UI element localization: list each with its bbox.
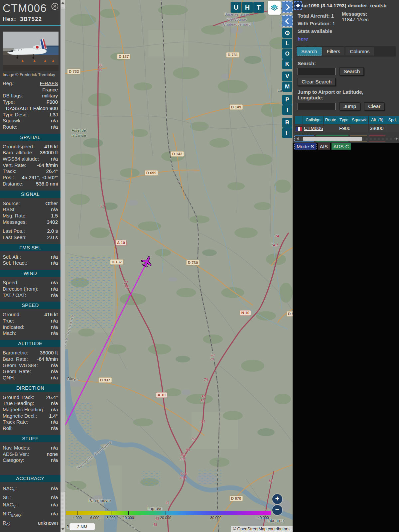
scroll-right-icon[interactable] <box>396 137 398 140</box>
data-row: Ground Track:26.4° <box>0 394 61 401</box>
map-button-i[interactable]: I <box>282 105 292 115</box>
section-header: SPATIAL <box>0 134 61 141</box>
section-stuff: STUFFNav. Modes:n/aADS-B Ver.:noneCatego… <box>0 435 61 464</box>
table-header-Type[interactable]: Type <box>338 116 350 124</box>
data-value: n/a <box>14 318 58 324</box>
data-label: Last Pos.: <box>3 228 25 234</box>
clear-search-button[interactable]: Clear Search <box>298 78 335 86</box>
data-row: Mach:n/a <box>0 330 61 336</box>
scroll-down-icon[interactable] <box>61 527 65 532</box>
map-button-v[interactable]: V <box>282 71 292 81</box>
data-label: NACV: <box>3 501 17 510</box>
data-row: Indicated:n/a <box>0 324 61 331</box>
app-title: tar1090 (3.14.1793) decoder: readsb <box>294 3 396 8</box>
exit-number: 78 <box>210 353 214 357</box>
data-row: NACV:n/a <box>0 501 61 510</box>
table-row[interactable]: CTM006F90038000 <box>295 124 399 132</box>
table-cell: 38000 <box>369 124 386 132</box>
data-row: Barometric:38000 ft <box>0 350 61 356</box>
table-header-Alt. (ft)[interactable]: Alt. (ft) <box>369 116 386 124</box>
panel-resize-icon[interactable] <box>294 1 302 10</box>
horizontal-scrollbar[interactable] <box>295 136 399 141</box>
map-button-l[interactable]: L <box>282 39 292 49</box>
scale-tick-label: 40 000+ <box>258 516 271 520</box>
map[interactable]: Base aérienne709 CognacChâteaubernard✈Fo… <box>65 0 293 532</box>
table-header-Route[interactable]: Route <box>324 116 338 124</box>
hscroll-thumb[interactable] <box>303 137 362 141</box>
layers-button[interactable] <box>268 1 281 15</box>
data-row: Last Pos.:2.0 s <box>0 228 61 234</box>
data-value: n/a <box>22 118 58 124</box>
data-label: QNH: <box>3 375 15 381</box>
expand-panel-button[interactable] <box>282 1 293 13</box>
data-value: n/a <box>13 425 58 432</box>
table-header-Spd.[interactable]: Spd. <box>386 116 399 124</box>
data-row: Speed:n/a <box>0 280 61 286</box>
map-button-h[interactable]: H <box>242 2 253 13</box>
panel-tabs: SearchFiltersColumns <box>296 46 396 57</box>
app-version: (3.14.1793) <box>321 3 346 8</box>
zoom-in-button[interactable]: + <box>272 494 282 504</box>
search-section: Search: Search Clear Search Jump to Airp… <box>298 61 399 110</box>
map-button-f[interactable]: F <box>282 128 292 138</box>
exit-number: 38 <box>124 280 128 284</box>
data-label: Mach: <box>3 330 16 336</box>
table-header-Callsign[interactable]: Callsign <box>303 116 324 124</box>
data-value: n/a <box>17 501 58 508</box>
collapse-panel-button[interactable] <box>282 15 293 27</box>
table-header-flag[interactable] <box>295 116 303 124</box>
map-button-p[interactable]: P <box>282 95 292 105</box>
data-row: Baro. Rate:-64 ft/min <box>0 356 61 362</box>
map-button-o[interactable]: O <box>282 49 292 59</box>
legend-ads-c[interactable]: ADS-C <box>332 143 351 150</box>
data-label: Sel. Alt.: <box>3 254 21 260</box>
scale-tick <box>111 511 111 515</box>
data-label: Geom. Rate: <box>3 368 31 375</box>
map-button-m[interactable]: M <box>282 82 292 92</box>
data-value[interactable]: F-RAFS <box>15 80 58 87</box>
tab-filters[interactable]: Filters <box>323 47 345 56</box>
search-input[interactable] <box>298 68 335 75</box>
legend-ais[interactable]: AIS <box>318 143 330 150</box>
map-button-t[interactable]: T <box>253 2 264 13</box>
data-value: n/a <box>31 368 58 375</box>
scroll-up-icon[interactable] <box>61 0 65 5</box>
decoder-link[interactable]: readsb <box>370 3 386 8</box>
data-value: 1.4° <box>37 413 58 419</box>
data-label: Magnetic Decl.: <box>3 413 37 419</box>
table-header-Squawk[interactable]: Squawk <box>350 116 369 124</box>
gear-icon[interactable]: ⚙ <box>282 28 292 38</box>
jump-button[interactable]: Jump <box>339 102 360 110</box>
map-button-k[interactable]: K <box>282 59 292 69</box>
data-row: Ground:416 kt <box>0 312 61 318</box>
app-name-link[interactable]: tar1090 <box>302 3 320 8</box>
data-label: Sel. Head.: <box>3 260 27 266</box>
jump-clear-button[interactable]: Clear <box>364 102 384 110</box>
sidebar-scrollbar[interactable] <box>61 0 65 532</box>
map-button-u[interactable]: U <box>231 2 241 13</box>
data-row: Messages:3402 <box>0 219 61 225</box>
data-value: none <box>29 451 58 458</box>
data-value: 26.4° <box>34 394 58 401</box>
tab-columns[interactable]: Columns <box>345 47 374 56</box>
legend-mode-s[interactable]: Mode-S <box>295 143 316 150</box>
close-icon[interactable] <box>51 3 59 10</box>
data-row: Sel. Alt.:n/a <box>0 254 61 260</box>
data-row: Direction (from):n/a <box>0 286 61 292</box>
scrollbar-thumb[interactable] <box>61 9 65 492</box>
data-label: RSSI: <box>3 206 16 213</box>
map-button-r[interactable]: R <box>282 118 292 128</box>
data-label: Ground: <box>3 312 21 318</box>
zoom-out-button[interactable]: − <box>272 505 282 515</box>
table-cell[interactable]: CTM006 <box>303 124 324 132</box>
data-label: SIL: <box>3 494 12 501</box>
search-button[interactable]: Search <box>339 67 364 75</box>
stats-here-link[interactable]: here <box>298 36 308 42</box>
data-row: Source:Other <box>0 200 61 207</box>
data-row: Nav. Modes:n/a <box>0 445 61 451</box>
exit-number: 80 <box>201 395 205 399</box>
data-row: True Heading:n/a <box>0 400 61 407</box>
jump-input[interactable] <box>298 103 335 110</box>
tab-search[interactable]: Search <box>297 47 322 56</box>
scroll-left-icon[interactable] <box>297 137 299 140</box>
